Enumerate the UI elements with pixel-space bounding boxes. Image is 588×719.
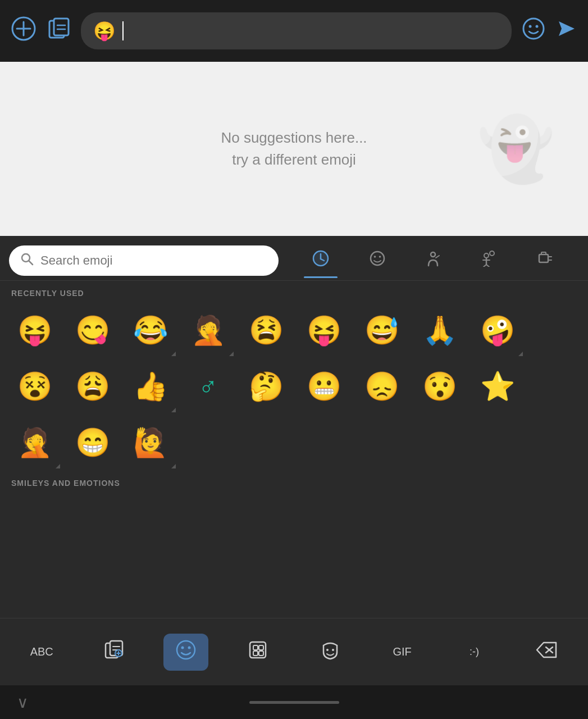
svg-rect-4 bbox=[54, 19, 69, 35]
emoji-cell[interactable]: ♂️ bbox=[179, 358, 237, 415]
collapse-button[interactable]: ∨ bbox=[17, 693, 29, 712]
keyboard-bar: ABC bbox=[0, 618, 588, 685]
emoji-cell[interactable]: 😵 bbox=[6, 358, 63, 415]
tab-people[interactable] bbox=[417, 245, 449, 275]
svg-point-16 bbox=[371, 252, 384, 265]
text-cursor bbox=[122, 21, 124, 40]
emoji-cell[interactable]: 😂 bbox=[121, 302, 179, 358]
category-tabs bbox=[286, 245, 579, 276]
emoji-cell[interactable]: 👍 bbox=[121, 358, 179, 415]
svg-line-20 bbox=[436, 256, 439, 258]
svg-point-19 bbox=[431, 252, 435, 257]
no-suggestions-text: No suggestions here...try a different em… bbox=[221, 127, 367, 171]
home-bar: ∨ bbox=[0, 685, 588, 719]
emoji-keyboard-button[interactable] bbox=[163, 634, 208, 671]
svg-point-46 bbox=[326, 649, 329, 651]
home-indicator bbox=[249, 701, 339, 704]
search-input[interactable] bbox=[40, 253, 267, 268]
svg-rect-42 bbox=[253, 645, 258, 650]
svg-point-40 bbox=[188, 646, 190, 649]
tab-smileys[interactable] bbox=[361, 245, 394, 275]
activities-icon bbox=[481, 250, 498, 271]
emoji-cell[interactable]: 😫 bbox=[237, 302, 295, 358]
emoji-cell[interactable]: 😬 bbox=[295, 358, 353, 415]
emoji-cell[interactable]: 🤪 bbox=[468, 302, 526, 358]
svg-point-9 bbox=[536, 25, 539, 28]
svg-rect-27 bbox=[539, 254, 548, 262]
memoji-icon bbox=[320, 640, 340, 665]
clipboard-button[interactable] bbox=[46, 16, 71, 46]
clipboard-keyboard-icon bbox=[104, 640, 124, 665]
people-icon bbox=[425, 250, 441, 271]
emoji-cell[interactable]: 😞 bbox=[353, 358, 411, 415]
tab-activities[interactable] bbox=[473, 245, 505, 275]
abc-button[interactable]: ABC bbox=[19, 640, 64, 664]
message-emoji: 😝 bbox=[93, 20, 116, 42]
svg-point-26 bbox=[490, 251, 494, 256]
emoji-cell[interactable]: 😝 bbox=[295, 302, 353, 358]
emoji-cell[interactable]: 😁 bbox=[63, 415, 121, 471]
tab-recent[interactable] bbox=[304, 245, 338, 276]
objects-icon bbox=[537, 250, 554, 271]
svg-point-38 bbox=[177, 641, 195, 659]
svg-rect-45 bbox=[259, 651, 263, 656]
emoji-keyboard-icon bbox=[175, 639, 197, 665]
gif-label: GIF bbox=[393, 645, 411, 658]
message-input[interactable]: 😝 bbox=[81, 12, 512, 49]
svg-point-7 bbox=[523, 19, 544, 39]
emoji-cell[interactable]: 🤦 bbox=[6, 415, 63, 471]
smileys-emotions-label: SMILEYS AND EMOTIONS bbox=[0, 471, 588, 492]
emoji-cell[interactable]: 🙋 bbox=[121, 415, 179, 471]
tab-objects[interactable] bbox=[529, 245, 562, 275]
emoji-picker-button[interactable] bbox=[522, 17, 545, 45]
emoticon-label: :-) bbox=[470, 646, 479, 658]
emoji-cell[interactable]: 😝 bbox=[6, 302, 63, 358]
svg-marker-10 bbox=[559, 21, 575, 36]
emoji-cell[interactable]: 😅 bbox=[353, 302, 411, 358]
search-row bbox=[0, 236, 588, 276]
emoji-cell[interactable]: 🤦 bbox=[179, 302, 237, 358]
emoji-grid-recent: 😝 😋 😂 🤦 😫 😝 😅 🙏 🤪 😵 😩 👍 ♂️ 🤔 😬 😞 😯 ⭐ 🤦 😁… bbox=[0, 302, 588, 471]
svg-rect-43 bbox=[259, 645, 263, 650]
search-box[interactable] bbox=[9, 245, 279, 276]
svg-point-47 bbox=[332, 649, 334, 651]
recently-used-label: RECENTLY USED bbox=[0, 281, 588, 302]
top-bar: 😝 bbox=[0, 0, 588, 62]
emoji-cell[interactable]: 🙏 bbox=[411, 302, 468, 358]
top-right-icons bbox=[522, 17, 577, 45]
emoticon-button[interactable]: :-) bbox=[452, 640, 496, 663]
search-icon bbox=[20, 252, 34, 269]
send-button[interactable] bbox=[553, 17, 577, 45]
smiley-icon bbox=[369, 250, 386, 271]
svg-line-25 bbox=[486, 265, 489, 267]
suggestions-area: No suggestions here...try a different em… bbox=[0, 62, 588, 236]
abc-label: ABC bbox=[30, 645, 53, 658]
sticker-icon bbox=[248, 640, 268, 665]
svg-rect-44 bbox=[253, 651, 258, 656]
svg-line-12 bbox=[29, 261, 33, 265]
backspace-button[interactable] bbox=[524, 636, 569, 668]
svg-point-18 bbox=[379, 256, 381, 258]
emoji-panel: RECENTLY USED 😝 😋 😂 🤦 😫 😝 😅 🙏 🤪 😵 😩 👍 ♂️… bbox=[0, 236, 588, 618]
sticker-button[interactable] bbox=[235, 634, 280, 670]
emoji-cell[interactable]: 😋 bbox=[63, 302, 121, 358]
emoji-cell[interactable]: 😯 bbox=[411, 358, 468, 415]
gif-button[interactable]: GIF bbox=[380, 640, 425, 664]
add-button[interactable] bbox=[11, 16, 36, 46]
emoji-cell[interactable]: 🤔 bbox=[237, 358, 295, 415]
svg-point-17 bbox=[373, 256, 376, 258]
svg-rect-28 bbox=[541, 252, 546, 254]
emoji-cell[interactable]: ⭐ bbox=[468, 358, 526, 415]
ghost-icon: 👻 bbox=[477, 113, 554, 185]
clock-icon bbox=[312, 249, 330, 271]
backspace-icon bbox=[536, 641, 557, 663]
svg-point-39 bbox=[181, 646, 184, 649]
svg-point-8 bbox=[529, 25, 532, 28]
emoji-cell[interactable]: 😩 bbox=[63, 358, 121, 415]
clipboard-keyboard-button[interactable] bbox=[92, 634, 136, 670]
memoji-button[interactable] bbox=[308, 634, 353, 670]
